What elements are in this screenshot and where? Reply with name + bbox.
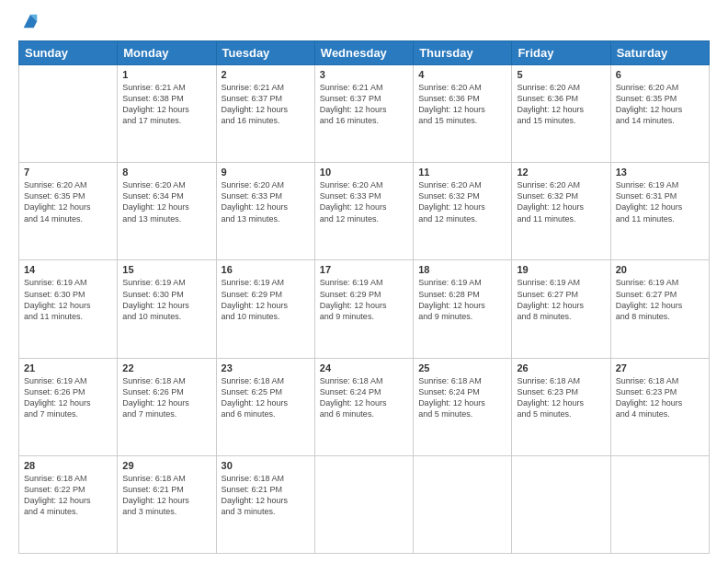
calendar-cell: 15Sunrise: 6:19 AM Sunset: 6:30 PM Dayli… (118, 260, 216, 358)
day-info: Sunrise: 6:20 AM Sunset: 6:35 PM Dayligh… (616, 82, 704, 127)
day-info: Sunrise: 6:18 AM Sunset: 6:23 PM Dayligh… (616, 375, 704, 420)
calendar-cell: 12Sunrise: 6:20 AM Sunset: 6:32 PM Dayli… (512, 163, 610, 260)
day-number: 11 (418, 167, 506, 178)
calendar-cell: 4Sunrise: 6:20 AM Sunset: 6:36 PM Daylig… (414, 65, 512, 163)
calendar-cell (512, 455, 610, 553)
col-thursday: Thursday (414, 41, 512, 65)
col-monday: Monday (118, 41, 216, 65)
calendar-cell: 13Sunrise: 6:19 AM Sunset: 6:31 PM Dayli… (610, 163, 709, 260)
calendar-cell: 1Sunrise: 6:21 AM Sunset: 6:38 PM Daylig… (118, 65, 216, 163)
col-wednesday: Wednesday (314, 41, 413, 65)
day-number: 9 (222, 167, 310, 178)
day-info: Sunrise: 6:18 AM Sunset: 6:26 PM Dayligh… (122, 375, 210, 420)
calendar-cell: 29Sunrise: 6:18 AM Sunset: 6:21 PM Dayli… (118, 455, 216, 553)
calendar-header-row: Sunday Monday Tuesday Wednesday Thursday… (19, 41, 710, 65)
calendar-cell: 14Sunrise: 6:19 AM Sunset: 6:30 PM Dayli… (19, 260, 118, 358)
day-number: 17 (320, 264, 408, 275)
day-info: Sunrise: 6:21 AM Sunset: 6:37 PM Dayligh… (320, 82, 408, 127)
calendar-cell: 8Sunrise: 6:20 AM Sunset: 6:34 PM Daylig… (118, 163, 216, 260)
calendar-cell: 3Sunrise: 6:21 AM Sunset: 6:37 PM Daylig… (314, 65, 413, 163)
day-number: 5 (517, 69, 605, 80)
day-info: Sunrise: 6:18 AM Sunset: 6:22 PM Dayligh… (24, 473, 112, 518)
page: Sunday Monday Tuesday Wednesday Thursday… (0, 0, 728, 563)
calendar-cell (414, 455, 512, 553)
day-number: 28 (24, 460, 112, 471)
calendar-cell: 17Sunrise: 6:19 AM Sunset: 6:29 PM Dayli… (314, 260, 413, 358)
calendar-cell: 19Sunrise: 6:19 AM Sunset: 6:27 PM Dayli… (512, 260, 610, 358)
logo-icon (20, 11, 40, 31)
calendar-cell: 7Sunrise: 6:20 AM Sunset: 6:35 PM Daylig… (19, 163, 118, 260)
day-info: Sunrise: 6:20 AM Sunset: 6:35 PM Dayligh… (24, 179, 112, 224)
day-number: 24 (320, 362, 408, 373)
calendar-cell: 26Sunrise: 6:18 AM Sunset: 6:23 PM Dayli… (512, 358, 610, 455)
day-number: 26 (517, 362, 605, 373)
calendar-cell: 25Sunrise: 6:18 AM Sunset: 6:24 PM Dayli… (414, 358, 512, 455)
calendar-cell: 9Sunrise: 6:20 AM Sunset: 6:33 PM Daylig… (216, 163, 314, 260)
day-number: 1 (122, 69, 210, 80)
day-info: Sunrise: 6:19 AM Sunset: 6:27 PM Dayligh… (616, 277, 704, 322)
week-row-3: 14Sunrise: 6:19 AM Sunset: 6:30 PM Dayli… (19, 260, 710, 358)
header (18, 15, 710, 31)
day-number: 3 (320, 69, 408, 80)
logo (18, 15, 40, 31)
day-info: Sunrise: 6:20 AM Sunset: 6:34 PM Dayligh… (122, 179, 210, 224)
day-info: Sunrise: 6:18 AM Sunset: 6:25 PM Dayligh… (222, 375, 310, 420)
calendar-cell: 21Sunrise: 6:19 AM Sunset: 6:26 PM Dayli… (19, 358, 118, 455)
week-row-2: 7Sunrise: 6:20 AM Sunset: 6:35 PM Daylig… (19, 163, 710, 260)
day-number: 12 (517, 167, 605, 178)
col-friday: Friday (512, 41, 610, 65)
day-info: Sunrise: 6:19 AM Sunset: 6:28 PM Dayligh… (418, 277, 506, 322)
week-row-1: 1Sunrise: 6:21 AM Sunset: 6:38 PM Daylig… (19, 65, 710, 163)
day-number: 6 (616, 69, 704, 80)
day-number: 4 (418, 69, 506, 80)
day-number: 27 (616, 362, 704, 373)
calendar-cell (610, 455, 709, 553)
week-row-4: 21Sunrise: 6:19 AM Sunset: 6:26 PM Dayli… (19, 358, 710, 455)
calendar-cell: 11Sunrise: 6:20 AM Sunset: 6:32 PM Dayli… (414, 163, 512, 260)
day-info: Sunrise: 6:21 AM Sunset: 6:38 PM Dayligh… (122, 82, 210, 127)
col-tuesday: Tuesday (216, 41, 314, 65)
day-number: 8 (122, 167, 210, 178)
day-info: Sunrise: 6:18 AM Sunset: 6:21 PM Dayligh… (222, 473, 310, 518)
day-info: Sunrise: 6:19 AM Sunset: 6:30 PM Dayligh… (24, 277, 112, 322)
day-number: 7 (24, 167, 112, 178)
calendar-cell (314, 455, 413, 553)
day-info: Sunrise: 6:19 AM Sunset: 6:29 PM Dayligh… (222, 277, 310, 322)
calendar-cell (19, 65, 118, 163)
day-info: Sunrise: 6:21 AM Sunset: 6:37 PM Dayligh… (222, 82, 310, 127)
day-info: Sunrise: 6:19 AM Sunset: 6:27 PM Dayligh… (517, 277, 605, 322)
day-info: Sunrise: 6:20 AM Sunset: 6:32 PM Dayligh… (418, 179, 506, 224)
calendar-cell: 6Sunrise: 6:20 AM Sunset: 6:35 PM Daylig… (610, 65, 709, 163)
calendar-cell: 20Sunrise: 6:19 AM Sunset: 6:27 PM Dayli… (610, 260, 709, 358)
day-info: Sunrise: 6:19 AM Sunset: 6:26 PM Dayligh… (24, 375, 112, 420)
day-number: 29 (122, 460, 210, 471)
day-info: Sunrise: 6:20 AM Sunset: 6:32 PM Dayligh… (517, 179, 605, 224)
day-info: Sunrise: 6:18 AM Sunset: 6:24 PM Dayligh… (418, 375, 506, 420)
calendar-cell: 27Sunrise: 6:18 AM Sunset: 6:23 PM Dayli… (610, 358, 709, 455)
calendar-cell: 28Sunrise: 6:18 AM Sunset: 6:22 PM Dayli… (19, 455, 118, 553)
calendar-cell: 22Sunrise: 6:18 AM Sunset: 6:26 PM Dayli… (118, 358, 216, 455)
day-info: Sunrise: 6:20 AM Sunset: 6:33 PM Dayligh… (320, 179, 408, 224)
day-number: 23 (222, 362, 310, 373)
calendar-cell: 23Sunrise: 6:18 AM Sunset: 6:25 PM Dayli… (216, 358, 314, 455)
day-number: 20 (616, 264, 704, 275)
day-info: Sunrise: 6:20 AM Sunset: 6:36 PM Dayligh… (418, 82, 506, 127)
day-info: Sunrise: 6:19 AM Sunset: 6:30 PM Dayligh… (122, 277, 210, 322)
day-number: 13 (616, 167, 704, 178)
day-info: Sunrise: 6:19 AM Sunset: 6:31 PM Dayligh… (616, 179, 704, 224)
col-sunday: Sunday (19, 41, 118, 65)
day-info: Sunrise: 6:19 AM Sunset: 6:29 PM Dayligh… (320, 277, 408, 322)
day-number: 25 (418, 362, 506, 373)
day-info: Sunrise: 6:18 AM Sunset: 6:24 PM Dayligh… (320, 375, 408, 420)
day-number: 14 (24, 264, 112, 275)
calendar-cell: 18Sunrise: 6:19 AM Sunset: 6:28 PM Dayli… (414, 260, 512, 358)
calendar-table: Sunday Monday Tuesday Wednesday Thursday… (18, 40, 710, 554)
day-number: 22 (122, 362, 210, 373)
day-number: 10 (320, 167, 408, 178)
day-number: 16 (222, 264, 310, 275)
week-row-5: 28Sunrise: 6:18 AM Sunset: 6:22 PM Dayli… (19, 455, 710, 553)
day-number: 18 (418, 264, 506, 275)
day-info: Sunrise: 6:18 AM Sunset: 6:21 PM Dayligh… (122, 473, 210, 518)
calendar-cell: 2Sunrise: 6:21 AM Sunset: 6:37 PM Daylig… (216, 65, 314, 163)
calendar-cell: 10Sunrise: 6:20 AM Sunset: 6:33 PM Dayli… (314, 163, 413, 260)
